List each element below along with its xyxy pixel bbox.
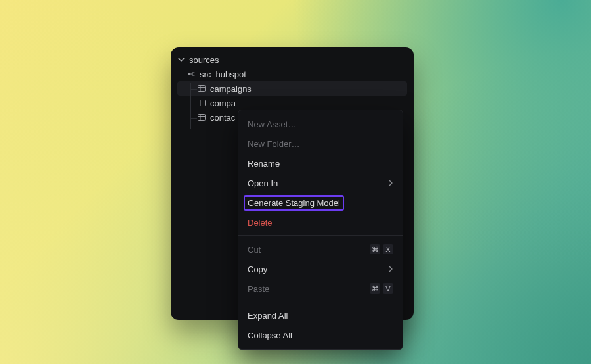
menu-delete[interactable]: Delete bbox=[238, 212, 403, 232]
kbd-x: X bbox=[383, 244, 393, 254]
menu-paste[interactable]: Paste ⌘ V bbox=[238, 279, 403, 298]
menu-new-folder[interactable]: New Folder… bbox=[238, 134, 403, 153]
tree-source-hubspot[interactable]: src_hubspot bbox=[177, 67, 407, 81]
menu-separator bbox=[238, 235, 403, 236]
tree-item-companies[interactable]: compa bbox=[177, 96, 407, 110]
source-icon bbox=[186, 70, 196, 78]
menu-item-label: Copy bbox=[248, 264, 267, 274]
menu-generate-staging-model[interactable]: Generate Staging Model bbox=[238, 193, 403, 212]
menu-rename[interactable]: Rename bbox=[238, 153, 403, 173]
chevron-right-icon bbox=[388, 180, 393, 186]
menu-item-label: Delete bbox=[248, 218, 273, 228]
menu-item-label: Rename bbox=[248, 159, 280, 169]
svg-rect-1 bbox=[198, 86, 206, 92]
chevron-right-icon bbox=[388, 266, 393, 272]
context-menu: New Asset… New Folder… Rename Open In Ge… bbox=[238, 110, 403, 350]
tree-item-label: campaigns bbox=[210, 84, 252, 94]
tree-root-sources[interactable]: sources bbox=[177, 52, 407, 67]
menu-collapse-all[interactable]: Collapse All bbox=[238, 325, 403, 345]
tree-item-label: contac bbox=[210, 113, 235, 123]
table-icon bbox=[197, 114, 206, 121]
svg-rect-4 bbox=[198, 100, 206, 106]
menu-open-in[interactable]: Open In bbox=[238, 173, 403, 193]
kbd-cmd: ⌘ bbox=[370, 283, 380, 294]
menu-item-label: Paste bbox=[248, 284, 269, 294]
tree-tick bbox=[190, 104, 197, 104]
menu-shortcut: ⌘ X bbox=[370, 244, 393, 254]
tree-root-label: sources bbox=[189, 55, 219, 65]
menu-item-label: Generate Staging Model bbox=[244, 195, 344, 211]
table-icon bbox=[197, 100, 206, 106]
svg-rect-7 bbox=[198, 115, 206, 121]
menu-expand-all[interactable]: Expand All bbox=[238, 306, 403, 325]
tree-source-label: src_hubspot bbox=[200, 70, 246, 79]
chevron-down-icon bbox=[177, 56, 185, 63]
menu-separator bbox=[238, 302, 403, 302]
table-icon bbox=[197, 85, 206, 92]
menu-item-label: Cut bbox=[248, 245, 261, 254]
tree-tick bbox=[190, 89, 197, 90]
menu-item-label: Open In bbox=[248, 178, 278, 188]
menu-copy[interactable]: Copy bbox=[238, 259, 403, 279]
svg-point-0 bbox=[188, 73, 190, 75]
menu-shortcut: ⌘ V bbox=[370, 283, 393, 294]
menu-item-label: New Folder… bbox=[248, 139, 299, 149]
menu-item-label: Collapse All bbox=[248, 331, 292, 340]
menu-item-label: New Asset… bbox=[248, 119, 296, 129]
tree-tick bbox=[190, 118, 197, 119]
kbd-cmd: ⌘ bbox=[370, 244, 380, 254]
kbd-v: V bbox=[383, 283, 393, 294]
tree-item-label: compa bbox=[210, 98, 236, 108]
menu-new-asset[interactable]: New Asset… bbox=[238, 114, 403, 134]
menu-item-label: Expand All bbox=[248, 311, 288, 321]
background: sources src_hubspot campaigns bbox=[0, 0, 591, 364]
tree-item-campaigns[interactable]: campaigns bbox=[177, 81, 407, 96]
menu-cut[interactable]: Cut ⌘ X bbox=[238, 239, 403, 259]
